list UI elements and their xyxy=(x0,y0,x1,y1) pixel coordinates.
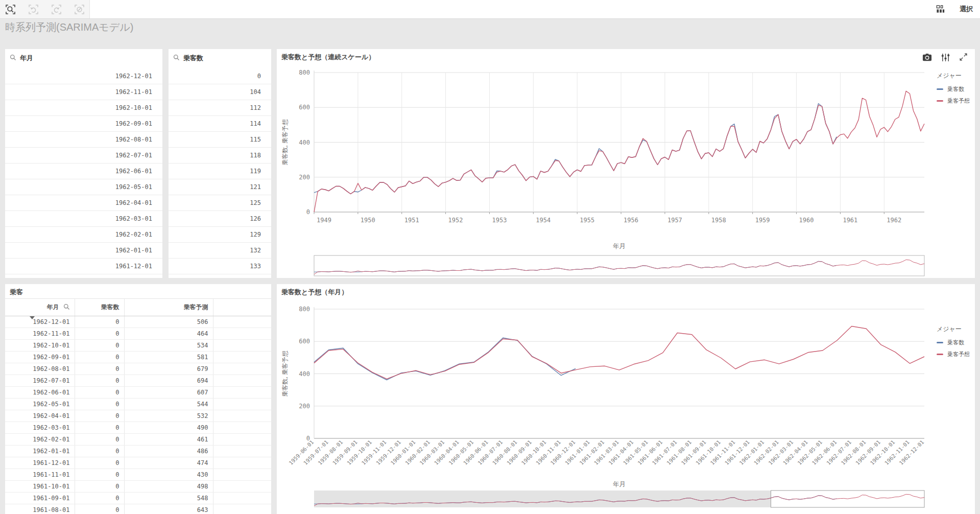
series-line-forecast[interactable] xyxy=(314,91,924,212)
table-cell[interactable]: 0 xyxy=(75,422,124,434)
list-item[interactable]: 1961-12-01 xyxy=(5,259,162,274)
table-cell[interactable]: 474 xyxy=(124,457,213,469)
table-cell[interactable] xyxy=(213,363,271,375)
list-item[interactable]: 1962-08-01 xyxy=(5,132,162,148)
list-item[interactable]: 121 xyxy=(169,179,271,195)
table-cell[interactable]: 0 xyxy=(75,457,124,469)
table-cell[interactable]: 498 xyxy=(124,481,213,493)
table-cell[interactable]: 544 xyxy=(124,399,213,410)
sheet-grid-icon[interactable] xyxy=(936,4,946,15)
table-cell[interactable] xyxy=(213,469,271,481)
list-item[interactable]: 1962-06-01 xyxy=(5,163,162,179)
table-cell[interactable]: 0 xyxy=(75,352,124,363)
line-chart-continuous[interactable]: 0200400600800194919501951195219531954195… xyxy=(277,49,975,278)
table-cell[interactable] xyxy=(213,434,271,446)
legend-item[interactable]: 乗客予想 xyxy=(937,351,973,358)
table-cell[interactable]: 1962-01-01 xyxy=(5,446,75,457)
table-cell[interactable] xyxy=(213,387,271,399)
table-cell[interactable]: 0 xyxy=(75,481,124,493)
list-item[interactable]: 1962-01-01 xyxy=(5,243,162,259)
clear-selections-icon[interactable] xyxy=(74,4,85,15)
list-item[interactable]: 135 xyxy=(169,274,271,278)
list-item[interactable]: 1962-04-01 xyxy=(5,195,162,211)
table-cell[interactable]: 1962-05-01 xyxy=(5,399,75,410)
table-cell[interactable]: 548 xyxy=(124,493,213,504)
list-item[interactable]: 1962-02-01 xyxy=(5,227,162,243)
table-cell[interactable] xyxy=(213,457,271,469)
selections-button[interactable]: 選択 xyxy=(960,5,973,14)
table-cell[interactable]: 506 xyxy=(124,316,213,328)
column-header-yearmonth[interactable]: 年月 xyxy=(5,299,75,316)
listbox-yearmonth-header[interactable]: 年月 xyxy=(5,49,162,67)
list-item[interactable]: 115 xyxy=(169,132,271,148)
table-cell[interactable]: 1961-11-01 xyxy=(5,469,75,481)
table-cell[interactable]: 0 xyxy=(75,375,124,387)
list-item[interactable]: 1961-11-01 xyxy=(5,274,162,278)
list-item[interactable]: 1962-10-01 xyxy=(5,100,162,116)
table-cell[interactable]: 1961-12-01 xyxy=(5,457,75,469)
list-item[interactable]: 104 xyxy=(169,84,271,100)
table-cell[interactable]: 0 xyxy=(75,363,124,375)
list-item[interactable]: 1962-12-01 xyxy=(5,68,162,84)
table-cell[interactable]: 461 xyxy=(124,434,213,446)
table-cell[interactable]: 607 xyxy=(124,387,213,399)
table-cell[interactable]: 534 xyxy=(124,340,213,352)
table-cell[interactable]: 464 xyxy=(124,328,213,340)
table-cell[interactable]: 1962-07-01 xyxy=(5,375,75,387)
list-item[interactable]: 118 xyxy=(169,148,271,163)
range-navigator-background[interactable] xyxy=(314,255,924,276)
table-cell[interactable]: 1962-06-01 xyxy=(5,387,75,399)
table-cell[interactable]: 490 xyxy=(124,422,213,434)
table-cell[interactable]: 679 xyxy=(124,363,213,375)
legend-item[interactable]: 乗客数 xyxy=(937,85,973,93)
table-cell[interactable] xyxy=(213,493,271,504)
list-item[interactable]: 129 xyxy=(169,227,271,243)
table-cell[interactable]: 0 xyxy=(75,399,124,410)
table-cell[interactable] xyxy=(213,316,271,328)
table-cell[interactable]: 430 xyxy=(124,469,213,481)
column-header-forecast[interactable]: 乗客予測 xyxy=(124,299,213,316)
line-chart-monthly[interactable]: 02004006008001959-06-011959-07-011959-08… xyxy=(277,284,975,514)
list-item[interactable]: 0 xyxy=(169,68,271,84)
series-line-forecast[interactable] xyxy=(314,326,924,379)
table-cell[interactable]: 0 xyxy=(75,316,124,328)
step-back-icon[interactable] xyxy=(28,4,39,15)
table-cell[interactable] xyxy=(213,399,271,410)
legend-item[interactable]: 乗客数 xyxy=(937,339,973,346)
table-cell[interactable]: 486 xyxy=(124,446,213,457)
listbox-passengers-header[interactable]: 乗客数 xyxy=(169,49,271,67)
table-cell[interactable]: 1961-08-01 xyxy=(5,504,75,514)
list-item[interactable]: 133 xyxy=(169,259,271,274)
list-item[interactable]: 119 xyxy=(169,163,271,179)
list-item[interactable]: 1962-05-01 xyxy=(5,179,162,195)
table-cell[interactable]: 0 xyxy=(75,446,124,457)
step-forward-icon[interactable] xyxy=(51,4,62,15)
table-cell[interactable] xyxy=(213,446,271,457)
table-cell[interactable]: 694 xyxy=(124,375,213,387)
table-cell[interactable] xyxy=(213,422,271,434)
list-item[interactable]: 126 xyxy=(169,211,271,227)
list-item[interactable]: 125 xyxy=(169,195,271,211)
list-item[interactable]: 112 xyxy=(169,100,271,116)
list-item[interactable]: 114 xyxy=(169,116,271,132)
column-header-passengers[interactable]: 乗客数 xyxy=(75,299,124,316)
list-item[interactable]: 1962-09-01 xyxy=(5,116,162,132)
table-cell[interactable]: 1961-10-01 xyxy=(5,481,75,493)
table-cell[interactable]: 0 xyxy=(75,434,124,446)
search-icon[interactable] xyxy=(63,303,70,312)
table-cell[interactable]: 0 xyxy=(75,340,124,352)
table-cell[interactable]: 581 xyxy=(124,352,213,363)
table-cell[interactable]: 1962-12-01 xyxy=(5,316,75,328)
table-cell[interactable]: 1962-10-01 xyxy=(5,340,75,352)
table-cell[interactable]: 0 xyxy=(75,469,124,481)
table-cell[interactable] xyxy=(213,328,271,340)
list-item[interactable]: 1962-03-01 xyxy=(5,211,162,227)
table-cell[interactable]: 532 xyxy=(124,410,213,422)
table-cell[interactable]: 1962-09-01 xyxy=(5,352,75,363)
table-cell[interactable]: 1962-08-01 xyxy=(5,363,75,375)
table-cell[interactable] xyxy=(213,504,271,514)
table-cell[interactable]: 0 xyxy=(75,410,124,422)
table-cell[interactable] xyxy=(213,340,271,352)
legend-item[interactable]: 乗客予想 xyxy=(937,97,973,105)
table-cell[interactable]: 0 xyxy=(75,328,124,340)
